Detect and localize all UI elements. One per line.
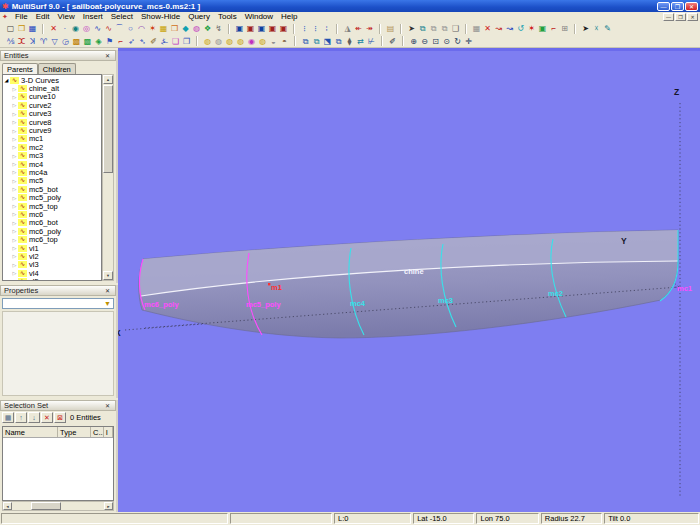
expand-icon[interactable]: ▷ xyxy=(11,178,18,184)
view-split2-icon[interactable]: ▣ xyxy=(245,23,256,34)
expand-icon[interactable]: ▷ xyxy=(11,128,18,134)
menu-help[interactable]: Help xyxy=(277,12,301,21)
open-file-icon[interactable]: ❒ xyxy=(16,23,27,34)
compare-icon[interactable]: ⇄ xyxy=(355,36,366,47)
expand-icon[interactable]: ▷ xyxy=(11,169,18,175)
expand-icon[interactable]: ▷ xyxy=(11,86,18,92)
layer-copy-1-icon[interactable]: ⧉ xyxy=(417,23,428,34)
scroll-thumb[interactable] xyxy=(103,85,113,173)
properties-panel-titlebar[interactable]: Properties ✕ xyxy=(0,285,116,296)
pointer-tool-icon[interactable]: ➤ xyxy=(406,23,417,34)
tree-item-mc5_top[interactable]: ▷∿mc5_top xyxy=(3,202,101,210)
vis-prev-icon[interactable]: ◒ xyxy=(268,36,279,47)
clear-set-button[interactable]: ⊠ xyxy=(54,412,66,423)
arrow-ne-icon[interactable]: ➶ xyxy=(126,36,137,47)
pan-view-icon[interactable]: ✛ xyxy=(463,36,474,47)
viewport-3d[interactable]: Z Y X mc6_polymc5_polymc4mc3mc2mc1chinem… xyxy=(118,48,700,512)
expand-icon[interactable]: ▷ xyxy=(11,119,18,125)
scroll-right-icon[interactable]: ► xyxy=(104,502,113,510)
blue-curve-icon[interactable]: ↝ xyxy=(504,23,515,34)
properties-field-icon[interactable]: ▼ xyxy=(104,300,113,307)
tree-item-mc6_top[interactable]: ▷∿mc6_top xyxy=(3,235,101,243)
copy-3-icon[interactable]: ⬔ xyxy=(322,36,333,47)
expand-icon[interactable]: ◢ xyxy=(3,77,10,83)
cube-entity-icon[interactable]: ❒ xyxy=(169,23,180,34)
tree-item-vl5[interactable]: ▷∿vl5 xyxy=(3,277,101,281)
point-entity-icon[interactable]: ∙ xyxy=(59,23,70,34)
menu-tools[interactable]: Tools xyxy=(214,12,241,21)
doc-3-icon[interactable]: ❐ xyxy=(181,36,192,47)
tab-children[interactable]: Children xyxy=(38,63,76,74)
menu-window[interactable]: Window xyxy=(241,12,277,21)
column-header-i[interactable]: I xyxy=(104,427,113,437)
move-down-button[interactable]: ↓ xyxy=(28,412,40,423)
menu-insert[interactable]: Insert xyxy=(79,12,107,21)
column-header-type[interactable]: Type xyxy=(58,427,91,437)
net-2-icon[interactable]: ▩ xyxy=(82,36,93,47)
select-edit-icon[interactable]: ✎ xyxy=(602,23,613,34)
mesh-tool-icon[interactable]: ⊞ xyxy=(559,23,570,34)
proj-2-icon[interactable]: ♈ xyxy=(38,36,49,47)
entities-close-icon[interactable]: ✕ xyxy=(103,52,112,59)
select-arrow-icon[interactable]: ➤ xyxy=(580,23,591,34)
net-3-icon[interactable]: ◈ xyxy=(93,36,104,47)
paste-1-icon[interactable]: ⧫ xyxy=(344,36,355,47)
knot-1-icon[interactable]: ⅍ xyxy=(5,36,16,47)
invert-vis-icon[interactable]: ◍ xyxy=(257,36,268,47)
expand-icon[interactable]: ▷ xyxy=(11,94,18,100)
menu-edit[interactable]: Edit xyxy=(32,12,54,21)
tree-item-mc4[interactable]: ▷∿mc4 xyxy=(3,160,101,168)
corner-tool-icon[interactable]: ⌐ xyxy=(548,23,559,34)
menu-query[interactable]: Query xyxy=(184,12,214,21)
move-up-button[interactable]: ↑ xyxy=(15,412,27,423)
minimize-button[interactable]: — xyxy=(657,2,670,11)
shield-1-icon[interactable]: ▽ xyxy=(49,36,60,47)
tree-item-curve2[interactable]: ▷∿curve2 xyxy=(3,101,101,109)
delete-entity-icon[interactable]: ✕ xyxy=(48,23,59,34)
knot-2-icon[interactable]: ⵋ xyxy=(16,36,27,47)
hide-all-icon[interactable]: ◉ xyxy=(246,36,257,47)
expand-icon[interactable]: ▷ xyxy=(11,102,18,108)
selection-close-icon[interactable]: ✕ xyxy=(103,402,112,409)
expand-icon[interactable]: ▷ xyxy=(11,262,18,268)
expand-icon[interactable]: ▷ xyxy=(11,111,18,117)
layer-copy-3-icon[interactable]: ⧉ xyxy=(439,23,450,34)
show-icon[interactable]: ◍ xyxy=(202,36,213,47)
rotate-view-icon[interactable]: ↻ xyxy=(452,36,463,47)
grid-dots-1-icon[interactable]: ⁝ xyxy=(299,23,310,34)
vis-next-icon[interactable]: ◓ xyxy=(279,36,290,47)
sheet-icon[interactable]: ▤ xyxy=(385,23,396,34)
green-panel-icon[interactable]: ▣ xyxy=(537,23,548,34)
conic-entity-icon[interactable]: ◠ xyxy=(136,23,147,34)
copy-4-icon[interactable]: ⧉ xyxy=(333,36,344,47)
tree-item-vl1[interactable]: ▷∿vl1 xyxy=(3,244,101,252)
expand-icon[interactable]: ▷ xyxy=(11,237,18,243)
surface-entity-icon[interactable]: ▦ xyxy=(158,23,169,34)
new-file-icon[interactable]: ▢ xyxy=(5,23,16,34)
copy-1-icon[interactable]: ⧉ xyxy=(300,36,311,47)
expand-icon[interactable]: ▷ xyxy=(11,253,18,259)
properties-entity-field[interactable]: ▼ xyxy=(2,298,114,309)
expand-icon[interactable]: ▷ xyxy=(11,161,18,167)
scroll-thumb[interactable] xyxy=(31,502,61,510)
hide-icon[interactable]: ◍ xyxy=(224,36,235,47)
grid-plane-icon[interactable]: ▦ xyxy=(471,23,482,34)
expand-icon[interactable]: ▷ xyxy=(11,195,18,201)
view-quad-icon[interactable]: ▣ xyxy=(267,23,278,34)
view-split3-icon[interactable]: ▣ xyxy=(256,23,267,34)
curve-entity-icon[interactable]: ∿ xyxy=(103,23,114,34)
mirror-icon[interactable]: ◮ xyxy=(342,23,353,34)
mdi-restore-button[interactable]: ❐ xyxy=(675,13,686,21)
bcurve-entity-icon[interactable]: ✶ xyxy=(147,23,158,34)
column-header-name[interactable]: Name xyxy=(3,427,58,437)
tree-item-vl4[interactable]: ▷∿vl4 xyxy=(3,269,101,277)
tree-item-mc3[interactable]: ▷∿mc3 xyxy=(3,152,101,160)
close-button[interactable]: ✕ xyxy=(685,2,698,11)
expand-icon[interactable]: ▷ xyxy=(11,220,18,226)
flag-1-icon[interactable]: ⚑ xyxy=(104,36,115,47)
show-sel-icon[interactable]: ◍ xyxy=(213,36,224,47)
revsurf-entity-icon[interactable]: ◍ xyxy=(191,23,202,34)
zoom-window-icon[interactable]: ⊡ xyxy=(430,36,441,47)
expand-icon[interactable]: ▷ xyxy=(11,203,18,209)
layer-copy-2-icon[interactable]: ⧉ xyxy=(428,23,439,34)
